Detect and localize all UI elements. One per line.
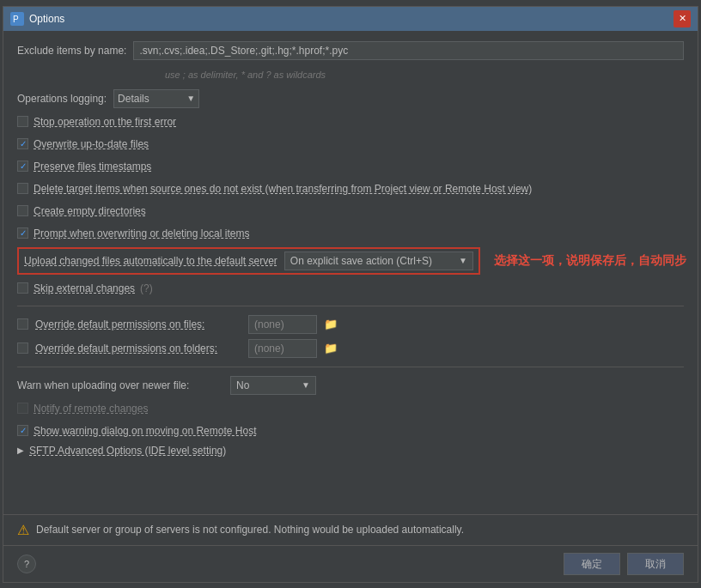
content-area: Exclude items by name: use ; as delimite… (3, 31, 698, 514)
window-title: Options (29, 13, 668, 25)
permissions-folders-checkbox[interactable] (17, 342, 28, 354)
permissions-files-dropdown[interactable]: (none) (248, 315, 317, 334)
notify-row: Notify of remote changes (17, 400, 684, 417)
prompt-overwrite-label: Prompt when overwriting or deleting loca… (34, 227, 249, 239)
checkbox-create-dirs: Create empty directories (17, 203, 684, 220)
show-warning-label: Show warning dialog on moving on Remote … (34, 425, 256, 437)
sftp-row: ▶ SFTP Advanced Options (IDE level setti… (17, 445, 684, 457)
permissions-folders-row: Override default permissions on folders:… (17, 339, 684, 358)
checkbox-preserve-ts: Preserve files timestamps (17, 158, 684, 175)
create-dirs-label: Create empty directories (34, 205, 146, 217)
footer: ? 确定 取消 (3, 545, 698, 582)
warn-row: Warn when uploading over newer file: No … (17, 376, 684, 395)
upload-dropdown-arrow: ▼ (459, 256, 467, 265)
warn-value: No (236, 379, 249, 391)
sftp-label[interactable]: SFTP Advanced Options (IDE level setting… (29, 445, 226, 457)
checkbox-prompt-overwrite: Prompt when overwriting or deleting loca… (17, 225, 684, 242)
exclude-row: Exclude items by name: (17, 41, 684, 60)
skip-external-checkbox[interactable] (17, 282, 28, 294)
preserve-ts-label: Preserve files timestamps (34, 161, 151, 173)
svg-text:P: P (13, 15, 19, 24)
permissions-folders-value: (none) (254, 342, 284, 355)
checkbox-stop-error: Stop operation on the first error (17, 113, 684, 130)
confirm-button[interactable]: 确定 (564, 553, 620, 575)
upload-row: Upload changed files automatically to th… (17, 247, 480, 275)
exclude-input[interactable] (133, 41, 684, 60)
folder-folders-icon[interactable]: 📁 (324, 342, 338, 355)
permissions-files-row: Override default permissions on files: (… (17, 315, 684, 334)
window-icon: P (10, 12, 24, 26)
logging-row: Operations logging: Details ▼ (17, 89, 684, 108)
logging-value: Details (118, 93, 149, 105)
cancel-button[interactable]: 取消 (627, 553, 684, 575)
checkbox-overwrite: Overwrite up-to-date files (17, 136, 684, 153)
show-warning-checkbox[interactable] (17, 425, 28, 436)
chinese-annotation: 选择这一项，说明保存后，自动同步 (494, 253, 686, 269)
notify-label: Notify of remote changes (34, 403, 148, 415)
help-icon: ? (24, 559, 29, 569)
warn-label: Warn when uploading over newer file: (17, 379, 223, 391)
delete-target-label: Delete target items when source ones do … (34, 183, 532, 195)
show-warning-row: Show warning dialog on moving on Remote … (17, 422, 684, 439)
preserve-ts-checkbox[interactable] (17, 161, 28, 172)
upload-dropdown[interactable]: On explicit save action (Ctrl+S) ▼ (284, 252, 473, 270)
stop-error-checkbox[interactable] (17, 116, 28, 127)
sftp-triangle: ▶ (17, 446, 24, 455)
warning-icon: ⚠ (17, 522, 29, 538)
permissions-files-value: (none) (254, 318, 284, 330)
logging-dropdown[interactable]: Details ▼ (113, 89, 199, 108)
permissions-files-label: Override default permissions on files: (35, 318, 241, 330)
exclude-hint: use ; as delimiter, * and ? as wildcards (162, 70, 326, 80)
divider-2 (17, 367, 684, 367)
options-window: P Options ✕ Exclude items by name: use ;… (3, 6, 698, 583)
permissions-folders-label: Override default permissions on folders: (35, 342, 241, 355)
stop-error-label: Stop operation on the first error (34, 116, 176, 128)
title-bar: P Options ✕ (3, 7, 698, 31)
warning-text: Default server or group of servers is no… (36, 524, 464, 536)
help-button[interactable]: ? (17, 555, 36, 573)
folder-files-icon[interactable]: 📁 (324, 318, 338, 330)
checkbox-delete-target: Delete target items when source ones do … (17, 180, 684, 197)
overwrite-checkbox[interactable] (17, 138, 28, 149)
skip-external-row: Skip external changes (?) (17, 280, 684, 297)
close-button[interactable]: ✕ (674, 10, 691, 27)
exclude-label: Exclude items by name: (17, 45, 126, 57)
delete-target-checkbox[interactable] (17, 183, 28, 194)
overwrite-label: Overwrite up-to-date files (34, 138, 149, 150)
upload-label: Upload changed files automatically to th… (24, 255, 277, 267)
permissions-folders-dropdown[interactable]: (none) (248, 339, 317, 358)
spacer (17, 462, 684, 504)
skip-external-help[interactable]: (?) (140, 282, 153, 294)
exclude-hint-row: use ; as delimiter, * and ? as wildcards (17, 65, 684, 84)
skip-external-label: Skip external changes (34, 282, 135, 294)
logging-arrow: ▼ (186, 94, 195, 103)
warn-dropdown-arrow: ▼ (302, 380, 310, 390)
warning-bar: ⚠ Default server or group of servers is … (3, 514, 698, 545)
divider-1 (17, 306, 684, 306)
upload-value: On explicit save action (Ctrl+S) (290, 255, 432, 267)
upload-section: Upload changed files automatically to th… (17, 247, 684, 275)
create-dirs-checkbox[interactable] (17, 205, 28, 216)
notify-checkbox[interactable] (17, 403, 28, 414)
prompt-overwrite-checkbox[interactable] (17, 227, 28, 239)
warn-dropdown[interactable]: No ▼ (230, 376, 316, 395)
logging-label: Operations logging: (17, 93, 107, 105)
permissions-files-checkbox[interactable] (17, 318, 28, 330)
